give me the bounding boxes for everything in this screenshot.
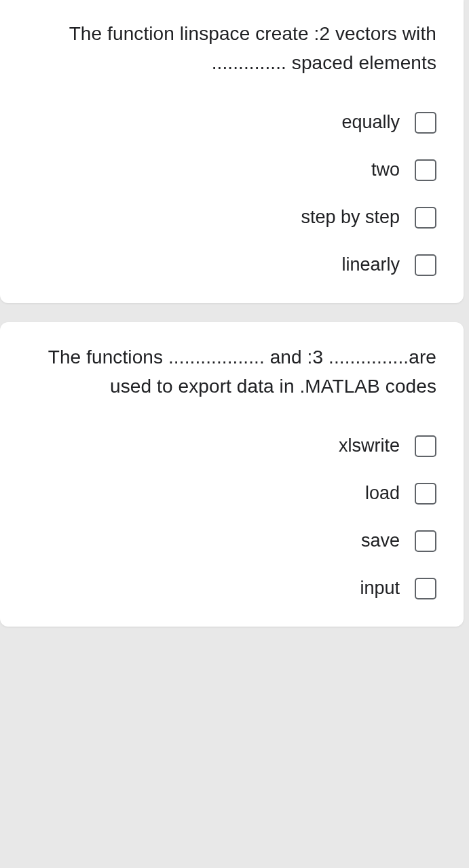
- option-label: equally: [341, 112, 400, 133]
- option-label: xlswrite: [339, 435, 400, 456]
- option-label: linearly: [341, 254, 400, 275]
- option-row: xlswrite: [339, 435, 436, 457]
- option-row: two: [371, 159, 436, 181]
- question-card-2: The functions .................. and :3 …: [0, 322, 464, 627]
- checkbox-input[interactable]: [415, 578, 436, 599]
- option-label: save: [361, 530, 400, 551]
- option-label: input: [360, 578, 400, 599]
- question-text: The function linspace create :2 vectors …: [20, 19, 436, 78]
- question-text: The functions .................. and :3 …: [20, 342, 436, 401]
- options-list: equally two step by step linearly: [20, 112, 436, 276]
- option-label: load: [365, 483, 400, 504]
- options-list: xlswrite load save input: [20, 435, 436, 599]
- question-card-1: The function linspace create :2 vectors …: [0, 0, 464, 303]
- checkbox-save[interactable]: [415, 530, 436, 552]
- option-row: load: [365, 483, 436, 505]
- checkbox-xlswrite[interactable]: [415, 435, 436, 457]
- option-row: input: [360, 578, 436, 599]
- option-row: step by step: [301, 207, 436, 229]
- option-row: save: [361, 530, 436, 552]
- checkbox-load[interactable]: [415, 483, 436, 505]
- checkbox-step-by-step[interactable]: [415, 207, 436, 229]
- checkbox-two[interactable]: [415, 159, 436, 181]
- checkbox-equally[interactable]: [415, 112, 436, 134]
- option-row: linearly: [341, 254, 436, 276]
- option-row: equally: [341, 112, 436, 134]
- option-label: two: [371, 159, 400, 180]
- option-label: step by step: [301, 207, 400, 228]
- checkbox-linearly[interactable]: [415, 254, 436, 276]
